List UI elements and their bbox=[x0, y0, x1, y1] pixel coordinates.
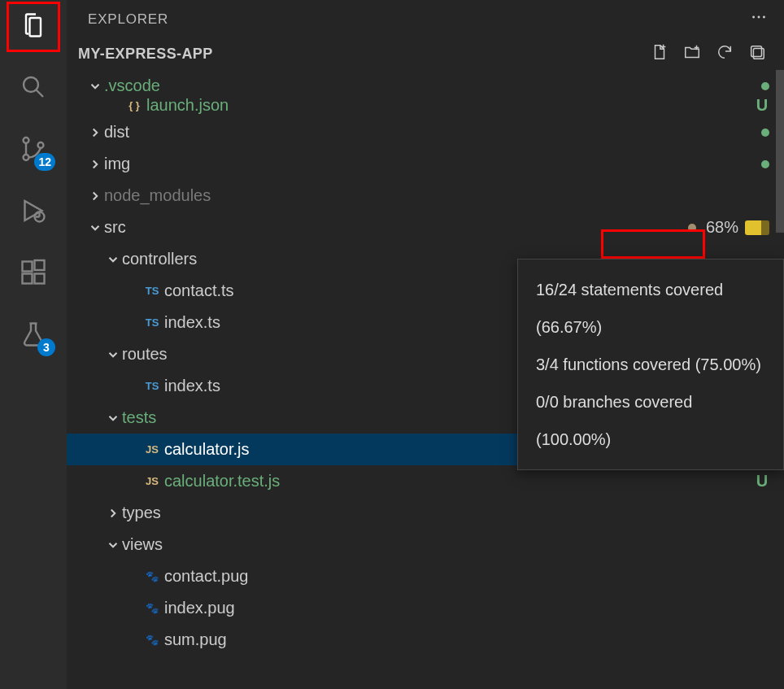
tree-file[interactable]: { }launch.jsonU bbox=[67, 94, 784, 116]
tree-label: src bbox=[104, 218, 688, 237]
source-control-icon[interactable]: 12 bbox=[8, 130, 59, 168]
search-icon[interactable] bbox=[8, 68, 59, 106]
svg-rect-6 bbox=[23, 274, 33, 284]
svg-rect-12 bbox=[751, 46, 762, 57]
coverage-percent: 68% bbox=[706, 218, 738, 237]
chevron-right-icon bbox=[86, 157, 104, 172]
svg-point-11 bbox=[763, 16, 765, 19]
svg-point-0 bbox=[24, 77, 38, 92]
tree-label: node_modules bbox=[104, 186, 769, 205]
testing-badge: 3 bbox=[37, 338, 55, 356]
coverage-badge: 68% bbox=[706, 218, 769, 237]
explorer-panel: EXPLORER MY-EXPRESS-APP .vscode{ }launch… bbox=[67, 0, 784, 689]
tree-label: index.pug bbox=[164, 599, 769, 617]
svg-rect-8 bbox=[35, 260, 45, 270]
tree-label: dist bbox=[104, 123, 761, 142]
tree-folder[interactable]: node_modules bbox=[67, 180, 784, 211]
tree-file[interactable]: 🐾index.pug bbox=[67, 592, 784, 624]
explorer-title: EXPLORER bbox=[88, 11, 168, 28]
svg-rect-5 bbox=[23, 262, 33, 272]
git-status-dot bbox=[688, 224, 696, 232]
source-control-badge: 12 bbox=[34, 153, 55, 171]
svg-point-3 bbox=[38, 142, 44, 148]
ts-file-icon: TS bbox=[140, 316, 164, 329]
tree-label: calculator.test.js bbox=[164, 472, 755, 491]
chevron-down-icon bbox=[86, 220, 104, 235]
tooltip-line: 16/24 statements covered (66.67%) bbox=[536, 271, 765, 346]
explorer-icon[interactable] bbox=[8, 7, 59, 44]
coverage-bar bbox=[745, 220, 769, 235]
svg-point-2 bbox=[24, 155, 29, 160]
new-folder-icon[interactable] bbox=[683, 43, 701, 65]
git-status-dot bbox=[761, 129, 769, 137]
collapse-icon[interactable] bbox=[748, 43, 766, 65]
testing-icon[interactable]: 3 bbox=[8, 316, 59, 353]
project-name: MY-EXPRESS-APP bbox=[78, 46, 213, 63]
git-status-dot bbox=[761, 160, 769, 168]
chevron-down-icon bbox=[104, 347, 122, 362]
tree-label: .vscode bbox=[104, 76, 761, 95]
pug-file-icon: 🐾 bbox=[140, 570, 164, 582]
chevron-right-icon bbox=[104, 506, 122, 521]
tree-folder[interactable]: views bbox=[67, 529, 784, 560]
refresh-icon[interactable] bbox=[716, 43, 734, 65]
tree-label: views bbox=[122, 535, 769, 554]
json-file-icon: { } bbox=[122, 99, 146, 111]
js-file-icon: JS bbox=[140, 475, 164, 487]
extensions-icon[interactable] bbox=[8, 254, 59, 291]
tree-folder[interactable]: dist bbox=[67, 116, 784, 148]
project-header[interactable]: MY-EXPRESS-APP bbox=[67, 38, 784, 70]
chevron-right-icon bbox=[86, 189, 104, 203]
pug-file-icon: 🐾 bbox=[140, 602, 164, 614]
tree-label: launch.json bbox=[146, 96, 755, 115]
pug-file-icon: 🐾 bbox=[140, 634, 164, 646]
ts-file-icon: TS bbox=[140, 285, 164, 297]
chevron-down-icon bbox=[104, 252, 122, 267]
chevron-right-icon bbox=[86, 125, 104, 140]
svg-rect-7 bbox=[35, 274, 45, 284]
tree-folder[interactable]: types bbox=[67, 497, 784, 529]
svg-point-9 bbox=[752, 16, 755, 19]
explorer-more-icon[interactable] bbox=[750, 8, 768, 30]
tree-file[interactable]: 🐾contact.pug bbox=[67, 560, 784, 592]
svg-rect-13 bbox=[753, 48, 764, 59]
tooltip-line: 0/0 branches covered (100.00%) bbox=[536, 383, 765, 458]
tree-label: sum.pug bbox=[164, 630, 769, 649]
tree-label: img bbox=[104, 155, 761, 173]
tree-folder[interactable]: src68% bbox=[67, 211, 784, 243]
run-debug-icon[interactable] bbox=[8, 192, 59, 229]
tree-label: types bbox=[122, 504, 769, 522]
tooltip-line: 3/4 functions covered (75.00%) bbox=[536, 346, 765, 383]
chevron-down-icon bbox=[104, 538, 122, 552]
js-file-icon: JS bbox=[140, 443, 164, 456]
svg-point-1 bbox=[24, 137, 29, 143]
activity-bar: 12 3 bbox=[0, 0, 67, 689]
git-status-letter: U bbox=[755, 96, 769, 115]
git-status-dot bbox=[761, 82, 769, 90]
chevron-down-icon bbox=[104, 411, 122, 425]
tree-file[interactable]: 🐾sum.pug bbox=[67, 624, 784, 656]
tree-label: contact.pug bbox=[164, 567, 769, 586]
chevron-down-icon bbox=[86, 79, 104, 94]
coverage-tooltip: 16/24 statements covered (66.67%) 3/4 fu… bbox=[517, 259, 784, 470]
tree-folder[interactable]: img bbox=[67, 148, 784, 180]
ts-file-icon: TS bbox=[140, 380, 164, 392]
svg-point-10 bbox=[758, 16, 760, 19]
new-file-icon[interactable] bbox=[651, 43, 669, 65]
git-status-letter: U bbox=[755, 472, 769, 491]
